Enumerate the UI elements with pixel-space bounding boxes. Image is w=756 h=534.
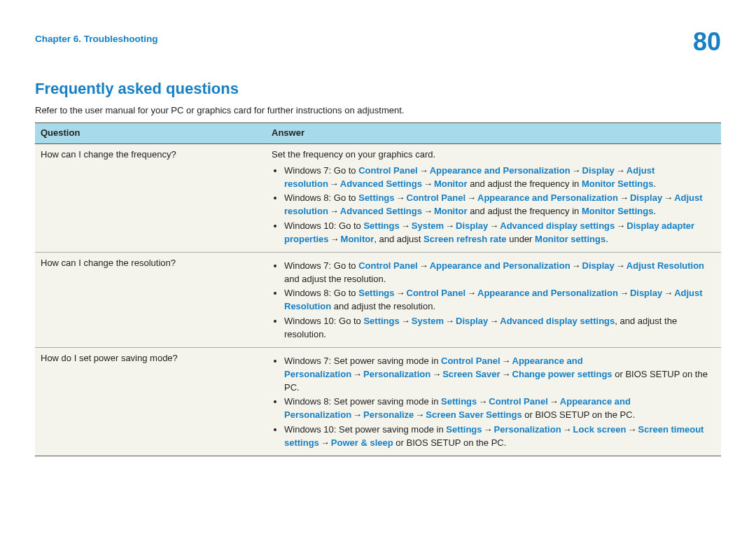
path-step: System <box>412 220 444 231</box>
arrow-icon: → <box>500 369 512 379</box>
path-step: Settings <box>363 316 399 326</box>
path-step: Power & sleep <box>331 437 393 448</box>
arrow-icon: → <box>418 260 430 271</box>
arrow-icon: → <box>329 234 341 244</box>
path-step: Screen Saver <box>442 369 500 379</box>
section-title: Frequently asked questions <box>35 80 721 98</box>
arrow-icon: → <box>422 178 434 189</box>
path-step: Monitor <box>434 206 468 216</box>
arrow-icon: → <box>351 409 363 420</box>
arrow-icon: → <box>400 316 412 326</box>
question-cell: How can I change the frequency? <box>35 143 266 252</box>
arrow-icon: → <box>414 409 426 420</box>
arrow-icon: → <box>319 437 331 448</box>
list-item: Windows 10: Set power saving mode in Set… <box>284 423 710 450</box>
path-step: Monitor settings <box>535 234 606 244</box>
table-row: How do I set power saving mode?Windows 7… <box>35 347 721 456</box>
path-step: Control Panel <box>407 288 466 298</box>
path-step: Settings <box>446 424 482 435</box>
answer-lead: Set the frequency on your graphics card. <box>272 148 710 162</box>
path-step: Monitor <box>341 234 374 244</box>
answer-list: Windows 7: Go to Control Panel→Appearanc… <box>272 260 710 342</box>
path-step: Lock screen <box>573 424 626 435</box>
chapter-label: Chapter 6. Troubleshooting <box>35 34 158 44</box>
arrow-icon: → <box>444 316 456 326</box>
arrow-icon: → <box>618 288 630 298</box>
page-number: 80 <box>693 29 721 55</box>
manual-page: Chapter 6. Troubleshooting 80 Frequently… <box>0 0 756 456</box>
path-step: Settings <box>363 220 399 231</box>
arrow-icon: → <box>570 260 582 271</box>
arrow-icon: → <box>561 424 573 435</box>
arrow-icon: → <box>662 288 674 298</box>
list-item: Windows 10: Go to Settings→System→Displa… <box>284 220 710 246</box>
faq-table: Question Answer How can I change the fre… <box>35 122 721 456</box>
path-step: Adjust Resolution <box>626 260 704 271</box>
answer-cell: Set the frequency on your graphics card.… <box>266 143 721 252</box>
path-step: Display <box>456 220 488 231</box>
path-step: Appearance and Personalization <box>477 192 618 203</box>
path-step: Screen Saver Settings <box>426 409 522 420</box>
path-step: Display <box>582 260 615 271</box>
path-step: Settings <box>441 396 477 407</box>
col-header-answer: Answer <box>266 123 721 144</box>
path-step: Change power settings <box>512 369 612 379</box>
arrow-icon: → <box>430 369 442 379</box>
path-step: Display <box>630 192 662 203</box>
path-step: Control Panel <box>358 260 418 271</box>
arrow-icon: → <box>618 192 630 203</box>
path-step: Control Panel <box>489 396 548 407</box>
table-row: How can I change the resolution?Windows … <box>35 252 721 347</box>
arrow-icon: → <box>444 220 456 231</box>
arrow-icon: → <box>395 288 407 298</box>
arrow-icon: → <box>422 206 434 216</box>
answer-cell: Windows 7: Go to Control Panel→Appearanc… <box>266 252 721 347</box>
path-step: Personalization <box>363 369 430 379</box>
path-step: Personalization <box>494 424 561 435</box>
table-row: How can I change the frequency?Set the f… <box>35 143 721 252</box>
list-item: Windows 7: Set power saving mode in Cont… <box>284 355 710 395</box>
path-step: Settings <box>358 192 394 203</box>
path-step: Advanced Settings <box>340 178 422 189</box>
arrow-icon: → <box>351 369 363 379</box>
list-item: Windows 8: Go to Settings→Control Panel→… <box>284 192 710 218</box>
arrow-icon: → <box>488 220 500 231</box>
path-step: Monitor <box>434 178 468 189</box>
path-step: Monitor Settings <box>582 206 654 216</box>
arrow-icon: → <box>615 260 626 271</box>
path-step: Control Panel <box>407 192 466 203</box>
arrow-icon: → <box>465 288 477 298</box>
list-item: Windows 7: Go to Control Panel→Appearanc… <box>284 260 710 286</box>
arrow-icon: → <box>662 192 674 203</box>
answer-list: Windows 7: Set power saving mode in Cont… <box>272 355 710 450</box>
question-cell: How can I change the resolution? <box>35 252 266 347</box>
path-step: System <box>412 316 444 326</box>
list-item: Windows 8: Go to Settings→Control Panel→… <box>284 287 710 314</box>
arrow-icon: → <box>626 424 638 435</box>
list-item: Windows 7: Go to Control Panel→Appearanc… <box>284 164 710 191</box>
path-step: Display <box>582 165 615 176</box>
path-step: Control Panel <box>358 165 418 176</box>
path-step: Screen refresh rate <box>424 234 507 244</box>
arrow-icon: → <box>418 165 430 176</box>
path-step: Control Panel <box>441 356 500 366</box>
arrow-icon: → <box>615 220 626 231</box>
arrow-icon: → <box>400 220 412 231</box>
path-step: Personalize <box>363 409 414 420</box>
path-step: Advanced display settings <box>500 220 615 231</box>
answer-list: Windows 7: Go to Control Panel→Appearanc… <box>272 164 710 246</box>
arrow-icon: → <box>465 192 477 203</box>
path-step: Appearance and Personalization <box>430 165 570 176</box>
list-item: Windows 10: Go to Settings→System→Displa… <box>284 315 710 342</box>
arrow-icon: → <box>395 192 407 203</box>
arrow-icon: → <box>328 206 340 216</box>
arrow-icon: → <box>328 178 340 189</box>
arrow-icon: → <box>615 165 626 176</box>
answer-cell: Windows 7: Set power saving mode in Cont… <box>266 347 721 456</box>
path-step: Settings <box>358 288 394 298</box>
list-item: Windows 8: Set power saving mode in Sett… <box>284 395 710 422</box>
arrow-icon: → <box>500 356 512 366</box>
path-step: Display <box>630 288 662 298</box>
path-step: Appearance and Personalization <box>430 260 570 271</box>
path-step: Advanced display settings <box>500 316 615 326</box>
